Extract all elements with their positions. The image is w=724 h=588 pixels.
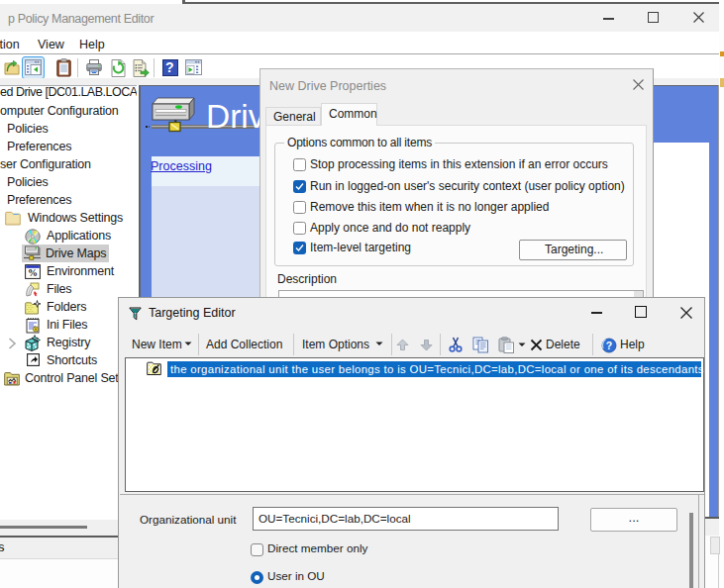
svg-text:%: % [28,267,38,278]
svg-text:?: ? [606,340,612,351]
